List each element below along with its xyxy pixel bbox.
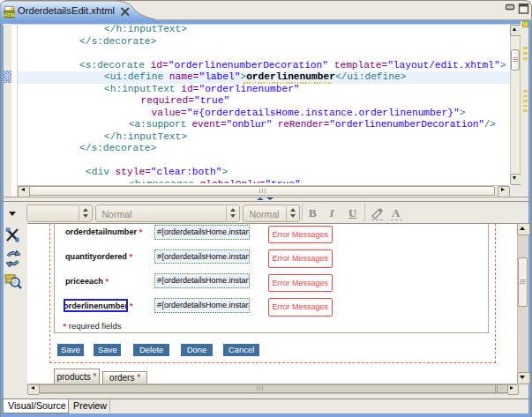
svg-text:HTM: HTM <box>4 11 15 17</box>
